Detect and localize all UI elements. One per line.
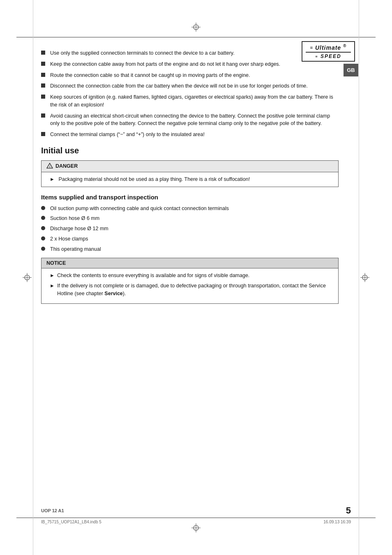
- notice-arrow-icon: ►: [50, 272, 55, 279]
- items-supplied-heading: Items supplied and transport inspection: [41, 194, 339, 201]
- bullet-square-icon: [41, 51, 45, 55]
- bullet-square-icon: [41, 73, 45, 77]
- list-item: Oil suction pump with connecting cable a…: [41, 205, 339, 213]
- bullet-circle-icon: [41, 247, 45, 251]
- notice-header: NOTICE: [42, 258, 338, 268]
- page: = Ultimate ® = Speed GB Use only the sup…: [0, 0, 392, 555]
- bullet-circle-icon: [41, 236, 45, 240]
- danger-triangle-icon: !: [46, 163, 53, 170]
- danger-header: ! DANGER: [42, 161, 338, 172]
- svg-text:!: !: [49, 164, 51, 168]
- list-item: Disconnect the connection cable from the…: [41, 82, 339, 90]
- list-item: Avoid causing an electrical short-circui…: [41, 112, 339, 128]
- crosshair-right-icon: [360, 273, 369, 282]
- crosshair-top-icon: [191, 23, 201, 32]
- notice-item-text: If the delivery is not complete or is da…: [57, 282, 333, 298]
- list-item: Suction hose Ø 6 mm: [41, 215, 339, 222]
- crosshair-bottom-icon: [191, 523, 201, 532]
- bullet-square-icon: [41, 62, 45, 66]
- notice-arrow-icon: ►: [50, 282, 55, 289]
- danger-content: ► Packaging material should not be used …: [42, 172, 338, 187]
- list-item: Keep the connection cable away from hot …: [41, 60, 339, 68]
- bullet-circle-icon: [41, 216, 45, 220]
- bullet-circle-icon: [41, 206, 45, 210]
- footer-page-number: 5: [346, 505, 351, 516]
- footer-bottom: IB_75715_UOP12A1_LB4.indb 5 16.09.13 16:…: [41, 520, 351, 524]
- bullet-square-icon: [41, 132, 45, 136]
- footer-timestamp: 16.09.13 16:39: [323, 520, 351, 524]
- right-line: [359, 0, 359, 555]
- gb-tab: GB: [344, 64, 358, 76]
- list-item: This operating manual: [41, 245, 339, 253]
- notice-item: ► Check the contents to ensure everythin…: [50, 272, 333, 280]
- footer: UOP 12 A1 5: [41, 505, 351, 516]
- top-border: [16, 37, 376, 37]
- safety-bullet-list: Use only the supplied connection termina…: [41, 49, 339, 139]
- notice-box: NOTICE ► Check the contents to ensure ev…: [41, 258, 339, 303]
- bullet-square-icon: [41, 83, 45, 88]
- footer-file: IB_75715_UOP12A1_LB4.indb 5: [41, 520, 101, 524]
- list-item: 2 x Hose clamps: [41, 235, 339, 243]
- danger-arrow-icon: ►: [50, 176, 55, 182]
- left-line: [33, 0, 33, 555]
- bullet-circle-icon: [41, 226, 45, 230]
- list-item: Route the connection cable so that it ca…: [41, 72, 339, 79]
- notice-item: ► If the delivery is not complete or is …: [50, 282, 333, 298]
- list-item: Keep sources of ignition (e.g. naked fla…: [41, 93, 339, 109]
- crosshair-left-icon: [23, 273, 32, 282]
- bullet-square-icon: [41, 113, 45, 118]
- bottom-border: [16, 518, 376, 518]
- list-item: Connect the terminal clamps (“−” and “+”…: [41, 131, 339, 139]
- initial-use-heading: Initial use: [41, 146, 339, 155]
- items-circle-list: Oil suction pump with connecting cable a…: [41, 205, 339, 253]
- notice-content: ► Check the contents to ensure everythin…: [42, 268, 338, 303]
- footer-doc-name: UOP 12 A1: [41, 508, 64, 513]
- list-item: Discharge hose Ø 12 mm: [41, 225, 339, 233]
- main-content: Use only the supplied connection termina…: [41, 49, 339, 304]
- bullet-square-icon: [41, 95, 45, 99]
- danger-box: ! DANGER ► Packaging material should not…: [41, 160, 339, 187]
- list-item: Use only the supplied connection termina…: [41, 49, 339, 57]
